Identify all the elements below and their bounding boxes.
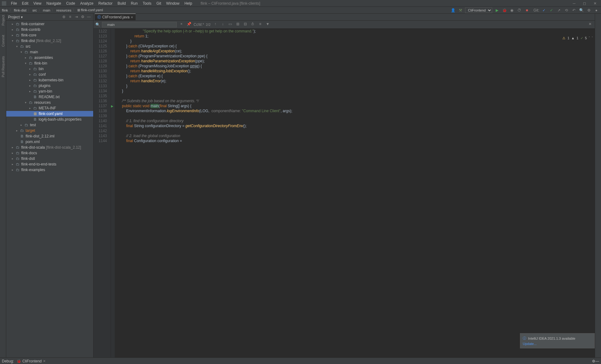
find-option-W[interactable]: W xyxy=(198,22,202,27)
git-update-icon[interactable]: ✓ xyxy=(541,7,547,13)
menu-view[interactable]: View xyxy=(31,1,44,6)
add-selection-icon[interactable]: ⊞ xyxy=(235,22,241,27)
menu-help[interactable]: Help xyxy=(182,1,195,6)
menu-edit[interactable]: Edit xyxy=(20,1,31,6)
settings-icon[interactable]: ⚙ xyxy=(586,7,592,13)
menu-window[interactable]: Window xyxy=(164,1,182,6)
close-tab-icon[interactable]: ✕ xyxy=(131,16,133,19)
code-editor[interactable]: 1122112311241125112611271128112911301131… xyxy=(94,29,595,357)
prev-occurrence-icon[interactable]: ↑ xyxy=(213,22,218,27)
menu-navigate[interactable]: Navigate xyxy=(44,1,63,6)
breadcrumb-item[interactable]: src xyxy=(32,8,37,12)
tree-item[interactable]: ▸🗀yarn-bin xyxy=(6,89,93,94)
toggle-icon[interactable]: ⊟ xyxy=(243,22,248,27)
tree-item[interactable]: ▾🗀main xyxy=(6,49,93,55)
git-rollback-icon[interactable]: ↶ xyxy=(571,7,577,13)
menu-run[interactable]: Run xyxy=(129,1,140,6)
tree-item[interactable]: ▸🗀test xyxy=(6,122,93,128)
tree-item[interactable]: 🗎log4j-bash-utils.properties xyxy=(6,117,93,122)
profile-icon[interactable]: ⏱ xyxy=(517,7,522,13)
left-tab-commit[interactable]: Commit xyxy=(1,35,5,47)
pin-icon[interactable]: 📌 xyxy=(186,22,192,27)
close-tab-icon[interactable]: ✕ xyxy=(43,359,46,363)
typo-icon[interactable]: ✓ xyxy=(580,36,583,40)
coverage-icon[interactable]: ◉ xyxy=(509,7,515,13)
tree-item[interactable]: ▸🗀META-INF xyxy=(6,105,93,111)
tree-item[interactable]: ▸🗀assemblies xyxy=(6,55,93,60)
menu-build[interactable]: Build xyxy=(115,1,128,6)
user-icon[interactable]: 👤 xyxy=(450,7,456,13)
collapse-all-icon[interactable]: ⇥ xyxy=(74,15,79,20)
tree-item[interactable]: ▾🗀flink-bin xyxy=(6,60,93,66)
breadcrumb-item[interactable]: flink xyxy=(2,8,8,12)
select-opened-icon[interactable]: ⊕ xyxy=(61,15,66,20)
menu-refactor[interactable]: Refactor xyxy=(96,1,115,6)
project-tree[interactable]: ▸🗀flink-container▸🗀flink-contrib▸🗀flink-… xyxy=(6,21,93,357)
inspection-widget[interactable]: ⚠1 ▲1 ✓5 ˆ ˇ xyxy=(561,36,594,41)
tree-item[interactable]: ▸🗀flink-end-to-end-tests xyxy=(6,161,93,167)
tree-item[interactable]: ▸🗀flink-docs xyxy=(6,150,93,156)
close-icon[interactable]: ✕ xyxy=(591,1,599,6)
hide-debug-icon[interactable]: — xyxy=(595,359,599,363)
menu-file[interactable]: File xyxy=(9,1,19,6)
run-config-select[interactable]: CliFrontend xyxy=(465,7,492,13)
weak-warning-icon[interactable]: ▲ xyxy=(571,36,575,40)
update-link[interactable]: Update... xyxy=(523,342,592,346)
left-tab-project[interactable]: Project xyxy=(1,15,5,26)
debug-settings-icon[interactable]: ⚙ xyxy=(592,359,595,363)
menu-analyze[interactable]: Analyze xyxy=(78,1,96,6)
tree-item[interactable]: ▸🗀flink-container xyxy=(6,21,93,27)
tree-item[interactable]: ▸🗀plugins xyxy=(6,83,93,89)
tree-item[interactable]: ▸🗀flink-examples xyxy=(6,167,93,173)
debug-session-tab[interactable]: 🐞 CliFrontend ✕ xyxy=(14,358,48,364)
breadcrumb-item[interactable]: flink-dist xyxy=(14,8,26,12)
filter-search-icon[interactable]: ⫛ xyxy=(250,22,256,27)
git-push-icon[interactable]: ↗ xyxy=(556,7,562,13)
tree-item[interactable]: ▸🗀flink-dstl xyxy=(6,156,93,161)
minimize-icon[interactable]: ─ xyxy=(570,1,578,6)
git-history-icon[interactable]: ⟲ xyxy=(564,7,569,13)
warning-icon[interactable]: ⚠ xyxy=(562,36,565,40)
select-all-icon[interactable]: ▭ xyxy=(228,22,233,27)
next-occurrence-icon[interactable]: ↓ xyxy=(220,22,226,27)
breadcrumb-item[interactable]: ⊞ flink-conf.yaml xyxy=(77,8,103,12)
search-everywhere-icon[interactable]: 🔍 xyxy=(579,7,584,13)
tree-item[interactable]: ▸🗀kubernetes-bin xyxy=(6,77,93,83)
run-gutter[interactable]: ▶ xyxy=(111,29,115,357)
project-dropdown[interactable]: Project ▾ xyxy=(8,15,23,19)
tree-item[interactable]: 🗎flink-dist_2.12.iml xyxy=(6,133,93,139)
tree-item[interactable]: ⊞flink-conf.yaml xyxy=(6,111,93,117)
run-icon[interactable]: ▶ xyxy=(494,7,500,13)
maximize-icon[interactable]: ◻ xyxy=(580,1,589,6)
inspection-up-icon[interactable]: ˆ xyxy=(589,36,590,40)
tree-item[interactable]: ▸🗀flink-dist-scala [flink-dist-scala_2.1… xyxy=(6,145,93,150)
update-notification[interactable]: ⓘ IntelliJ IDEA 2021.1.3 available Updat… xyxy=(520,333,595,348)
prev-match-icon[interactable]: × xyxy=(179,22,184,27)
left-tab-pull-requests[interactable]: Pull Requests xyxy=(1,56,5,77)
git-commit-icon[interactable]: ✓ xyxy=(549,7,554,13)
run-gutter-icon[interactable]: ▶ xyxy=(111,104,113,108)
find-input[interactable] xyxy=(102,22,177,27)
expand-all-icon[interactable]: ≡ xyxy=(68,15,73,20)
find-option-.*[interactable]: .* xyxy=(201,22,204,27)
hide-panel-icon[interactable]: — xyxy=(86,15,91,20)
avatar-icon[interactable]: ● xyxy=(594,7,599,13)
tree-item[interactable]: 🗎README.txt xyxy=(6,94,93,100)
breadcrumb-item[interactable]: resources xyxy=(56,8,71,12)
breadcrumb[interactable]: flink 〉 flink-dist 〉 src 〉 main 〉 resour… xyxy=(2,8,103,12)
code-content[interactable]: "Specify the help option (-h or --help) … xyxy=(115,29,595,357)
close-find-icon[interactable]: ✕ xyxy=(587,22,593,27)
tree-item[interactable]: ▾🗀flink-dist [flink-dist_2.12] xyxy=(6,38,93,44)
tree-item[interactable]: ▸🗀flink-core xyxy=(6,32,93,38)
debug-icon[interactable]: 🐞 xyxy=(502,7,507,13)
tree-item[interactable]: 🗎pom.xml xyxy=(6,139,93,145)
menu-git[interactable]: Git xyxy=(154,1,163,6)
find-option-Cc[interactable]: Cc xyxy=(194,22,198,27)
tree-item[interactable]: ▾🗀src xyxy=(6,44,93,49)
settings-gear-icon[interactable]: ⚙ xyxy=(80,15,85,20)
breadcrumb-item[interactable]: main xyxy=(43,8,50,12)
menu-code[interactable]: Code xyxy=(64,1,77,6)
stop-icon[interactable]: ■ xyxy=(524,7,530,13)
tree-item[interactable]: ▸🗀bin xyxy=(6,66,93,72)
build-hammer-icon[interactable]: ⚒ xyxy=(458,7,463,13)
